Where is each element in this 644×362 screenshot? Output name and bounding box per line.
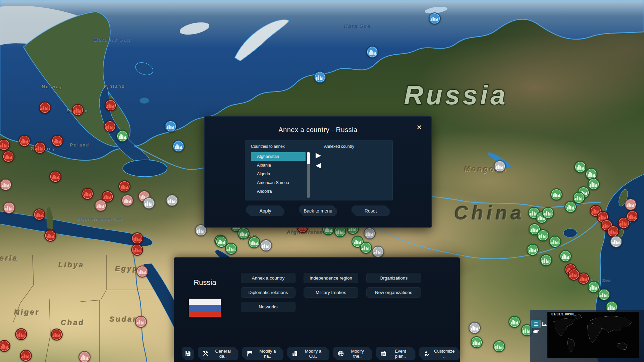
countries-to-annex-label: Countries to annex bbox=[251, 144, 285, 149]
city-icon-w[interactable] bbox=[143, 197, 155, 211]
city-icon-r[interactable] bbox=[81, 187, 94, 201]
toolbar-button-event-plan-[interactable]: Event plan.. bbox=[376, 347, 415, 360]
calendar-icon bbox=[380, 350, 387, 357]
city-icon-r[interactable] bbox=[39, 101, 51, 115]
city-icon-r[interactable] bbox=[44, 229, 57, 243]
city-icon-g[interactable] bbox=[116, 130, 129, 144]
panel-country-name: Russia bbox=[186, 278, 223, 287]
city-icon-b[interactable] bbox=[172, 140, 185, 154]
country-list-item[interactable]: American Samoa bbox=[251, 178, 306, 187]
city-icon-b[interactable] bbox=[366, 46, 379, 60]
flag-icon bbox=[247, 350, 253, 357]
city-icon-r[interactable] bbox=[104, 120, 116, 134]
city-icon-r[interactable] bbox=[49, 170, 62, 184]
city-icon-pk[interactable] bbox=[135, 315, 147, 329]
back-to-menu-button[interactable]: Back to menu bbox=[299, 205, 337, 216]
city-icon-g[interactable] bbox=[225, 242, 237, 256]
toolbar-button-modify-the-[interactable]: Modify the.. bbox=[333, 347, 372, 360]
city-icon-g[interactable] bbox=[360, 241, 372, 255]
city-icon-r[interactable] bbox=[34, 141, 46, 156]
toolbar-button-modify-a-na-[interactable]: Modify a na.. bbox=[242, 347, 284, 360]
panel-button-networks[interactable]: Networks bbox=[241, 302, 296, 312]
toolbar-button-general-da-[interactable]: General da.. bbox=[198, 347, 238, 360]
city-icon-b[interactable] bbox=[314, 71, 326, 85]
city-icon-pk[interactable] bbox=[624, 198, 637, 212]
city-icon-g[interactable] bbox=[537, 229, 549, 243]
flag-stripe bbox=[189, 311, 221, 317]
save-button[interactable] bbox=[182, 347, 194, 360]
city-icon-r[interactable] bbox=[19, 349, 32, 362]
toolbar-button-label: Modify the.. bbox=[347, 349, 368, 359]
city-icon-w[interactable] bbox=[610, 235, 623, 249]
save-icon bbox=[184, 350, 191, 357]
toolbar-button-customize-[interactable]: Customize .. bbox=[419, 347, 460, 360]
toolbar-button-label: Event plan.. bbox=[390, 349, 411, 359]
city-icon-r[interactable] bbox=[0, 340, 11, 354]
dialog-buttons: Apply Back to menu Reset bbox=[205, 205, 431, 216]
country-list-item[interactable]: Albania bbox=[251, 161, 306, 170]
city-icon-r[interactable] bbox=[104, 99, 117, 113]
city-icon-g[interactable] bbox=[549, 235, 561, 249]
minimap-tank-button[interactable] bbox=[532, 328, 540, 333]
city-icon-w[interactable] bbox=[493, 160, 506, 174]
city-icon-g[interactable] bbox=[526, 243, 539, 257]
factory-icon bbox=[541, 321, 547, 326]
city-icon-w[interactable] bbox=[468, 321, 481, 336]
city-icon-r[interactable] bbox=[2, 150, 15, 164]
city-icon-g[interactable] bbox=[540, 254, 552, 268]
tank-icon bbox=[532, 328, 540, 333]
toolbar-button-modify-a-cu-[interactable]: Modify a Cu.. bbox=[287, 347, 329, 360]
panel-button-diplomatic-relations[interactable]: Diplomatic relations bbox=[241, 287, 296, 298]
globe-icon bbox=[533, 321, 539, 327]
city-icon-r[interactable] bbox=[51, 134, 64, 148]
city-icon-g[interactable] bbox=[573, 191, 585, 205]
panel-button-independence-region[interactable]: Independence region bbox=[304, 273, 358, 283]
city-icon-r[interactable] bbox=[18, 134, 31, 148]
transfer-right-icon[interactable]: ▶ bbox=[313, 151, 323, 160]
city-icon-g[interactable] bbox=[470, 336, 483, 350]
city-icon-w[interactable] bbox=[166, 194, 178, 208]
city-icon-g[interactable] bbox=[598, 288, 610, 302]
city-icon-r[interactable] bbox=[15, 328, 28, 342]
city-icon-b[interactable] bbox=[428, 12, 441, 26]
city-icon-r[interactable] bbox=[33, 208, 46, 222]
city-icon-g[interactable] bbox=[248, 236, 261, 250]
country-list-item[interactable]: Afghanistan bbox=[251, 152, 306, 161]
minimap-globe-button[interactable] bbox=[532, 320, 540, 328]
close-icon[interactable]: ✕ bbox=[415, 123, 424, 132]
city-icon-w[interactable] bbox=[260, 239, 272, 253]
city-icon-w[interactable] bbox=[363, 227, 376, 241]
city-icon-g[interactable] bbox=[550, 188, 563, 202]
city-icon-r[interactable] bbox=[71, 104, 84, 118]
city-icon-r[interactable] bbox=[50, 328, 63, 342]
city-icon-pk[interactable] bbox=[0, 178, 12, 192]
africa-borders bbox=[13, 255, 154, 362]
panel-button-annex-a-country[interactable]: Annex a country bbox=[241, 273, 296, 283]
transfer-left-icon[interactable]: ◀ bbox=[313, 161, 323, 170]
city-icon-r[interactable] bbox=[568, 268, 580, 282]
city-icon-pk[interactable] bbox=[3, 201, 15, 216]
city-icon-pk[interactable] bbox=[94, 199, 107, 213]
country-list-scrollbar[interactable] bbox=[307, 152, 310, 198]
panel-button-military-treaties[interactable]: Military treaties bbox=[304, 287, 358, 298]
apply-button[interactable]: Apply bbox=[246, 205, 284, 216]
city-icon-r[interactable] bbox=[118, 180, 131, 194]
game-datetime: 01/01/1 00:00 bbox=[551, 312, 574, 316]
city-icon-r[interactable] bbox=[131, 243, 144, 257]
country-list-item[interactable]: Algeria bbox=[251, 170, 306, 178]
city-icon-pk[interactable] bbox=[121, 194, 134, 208]
minimap-factory-button[interactable] bbox=[541, 321, 548, 327]
panel-button-organizations[interactable]: Organizations bbox=[366, 273, 421, 283]
country-list-item[interactable]: Andorra bbox=[251, 187, 306, 196]
city-icon-g[interactable] bbox=[542, 206, 554, 221]
city-icon-g[interactable] bbox=[559, 250, 572, 264]
city-icon-b[interactable] bbox=[164, 120, 177, 134]
city-icon-pk[interactable] bbox=[78, 351, 91, 362]
scrollbar-thumb[interactable] bbox=[307, 152, 310, 164]
minimap-world[interactable] bbox=[547, 312, 639, 358]
reset-button[interactable]: Reset bbox=[352, 205, 390, 216]
city-icon-pk[interactable] bbox=[136, 265, 149, 279]
city-icon-g[interactable] bbox=[508, 315, 521, 329]
city-icon-g[interactable] bbox=[493, 340, 505, 354]
panel-button-new-organizations[interactable]: New organizations bbox=[366, 287, 421, 298]
